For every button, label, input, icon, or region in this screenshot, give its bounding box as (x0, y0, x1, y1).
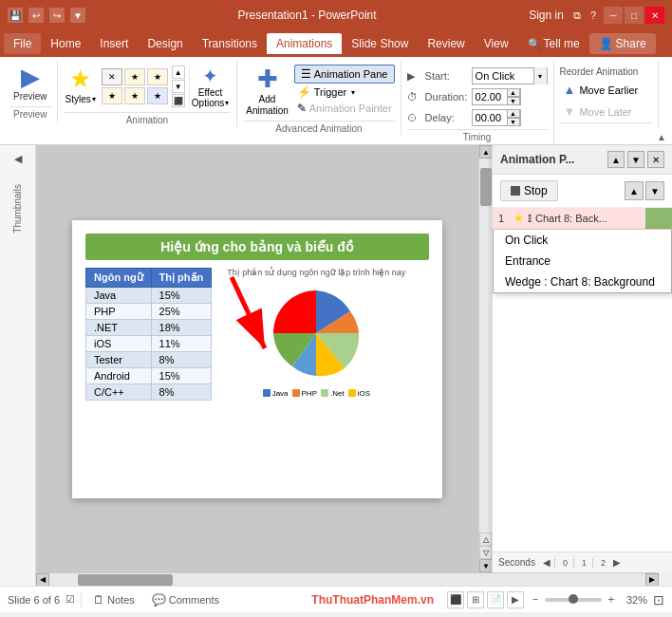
dropdown-item-onclick[interactable]: On Click (494, 230, 671, 251)
menu-design[interactable]: Design (138, 33, 192, 54)
vscroll-up-button[interactable]: ▲ (479, 145, 493, 159)
zoom-in-button[interactable]: ＋ (606, 591, 617, 608)
anim-down-arrow[interactable]: ▼ (645, 181, 664, 200)
notes-button[interactable]: 🗒 Notes (87, 591, 140, 608)
status-left: Slide 6 of 6 ☑ 🗒 Notes 💬 Comments (8, 591, 306, 608)
menu-view[interactable]: View (475, 33, 518, 54)
duration-spinner[interactable]: ▲ ▼ (507, 88, 520, 105)
effect-options-button[interactable]: ✦ Effect Options ▾ (189, 63, 231, 110)
anim-panel-up-button[interactable]: ▲ (607, 151, 625, 168)
zoom-out-button[interactable]: － (530, 591, 541, 608)
menu-home[interactable]: Home (41, 33, 90, 54)
trigger-dropdown-icon[interactable]: ▾ (351, 88, 355, 97)
vscroll-page-up[interactable]: △ (479, 533, 492, 546)
duration-up[interactable]: ▲ (507, 88, 520, 97)
comments-button[interactable]: 💬 Comments (146, 591, 225, 608)
ribbon-collapse-button[interactable]: ▲ (657, 132, 666, 142)
seconds-arrow: ◀ (543, 557, 551, 568)
signin-link[interactable]: Sign in (529, 9, 564, 22)
anim-panel-down-button[interactable]: ▼ (627, 151, 644, 168)
anim-scroll-down[interactable]: ▼ (172, 80, 185, 93)
menu-transitions[interactable]: Transitions (193, 33, 267, 54)
reading-view-button[interactable]: 📄 (487, 591, 504, 608)
anim-scroll-up[interactable]: ▲ (172, 65, 185, 79)
anim-up-arrow[interactable]: ▲ (625, 181, 644, 200)
slide-hscrollbar[interactable]: ◀ ▶ (36, 572, 659, 586)
move-later-button[interactable]: ▼ Move Later (560, 103, 636, 121)
normal-view-button[interactable]: ⬛ (447, 591, 464, 608)
preview-button[interactable]: ▶ Preview (9, 63, 51, 104)
anim-preset-fade[interactable]: ★ (147, 68, 168, 85)
title-quick-access[interactable]: 💾 ↩ ↪ ▼ (8, 8, 85, 23)
anim-panel-close-button[interactable]: ✕ (647, 151, 664, 168)
vscroll-thumb[interactable] (480, 168, 492, 206)
zoom-slider[interactable] (545, 598, 602, 602)
maximize-button[interactable]: □ (625, 7, 644, 24)
save-icon[interactable]: 💾 (8, 8, 23, 23)
ribbon-group-timing: ▶ Start: On Click ▾ ⏱ Duration: 02.00 ▲ (401, 61, 554, 144)
zoom-thumb[interactable] (569, 594, 578, 604)
hscroll-track[interactable] (49, 573, 645, 587)
comments-icon: 💬 (152, 593, 166, 607)
add-animation-button[interactable]: ✚ AddAnimation (243, 63, 290, 119)
menu-review[interactable]: Review (418, 33, 474, 54)
anim-preset-fly[interactable]: ★ (102, 87, 122, 104)
window-controls[interactable]: ─ □ ✕ (604, 7, 664, 24)
menu-file[interactable]: File (4, 33, 41, 54)
animation-painter-button[interactable]: ✎ Animation Painter (294, 101, 395, 116)
undo-icon[interactable]: ↩ (28, 8, 44, 23)
table-row: Android15% (86, 367, 212, 383)
delay-combo[interactable]: 00.00 ▲ ▼ (472, 109, 521, 126)
anim-preset-appear[interactable]: ★ (124, 68, 145, 85)
anim-preset-split[interactable]: ★ (147, 87, 168, 104)
menu-animations[interactable]: Animations (267, 33, 342, 54)
legend-ios: iOS (348, 389, 370, 398)
close-button[interactable]: ✕ (645, 7, 664, 24)
stop-button[interactable]: Stop (500, 180, 558, 201)
collapse-sidebar-button[interactable]: ◀ (14, 153, 22, 165)
trigger-button[interactable]: ⚡ Trigger ▾ (294, 84, 395, 100)
dropdown-item-entrance[interactable]: Entrance (494, 251, 671, 271)
slide-sorter-button[interactable]: ⊞ (467, 591, 484, 608)
slide-vscrollbar[interactable]: ▲ △ ▽ ▼ (478, 145, 492, 572)
duration-down[interactable]: ▼ (507, 97, 520, 105)
hscroll-left-button[interactable]: ◀ (36, 573, 49, 587)
restore-icon[interactable]: ⧉ (573, 9, 581, 22)
anim-preset-none[interactable]: ✕ (102, 68, 122, 85)
fit-slide-button[interactable]: ⊡ (653, 592, 664, 608)
zoom-level[interactable]: 32% (621, 594, 647, 606)
anim-list-item[interactable]: 1 ★ 𝕀 Chart 8: Back... (493, 208, 672, 230)
menu-slideshow[interactable]: Slide Show (342, 33, 418, 54)
animation-styles-button[interactable]: ★ Styles ▾ (64, 63, 98, 110)
redo-icon[interactable]: ↪ (49, 8, 65, 23)
legend-net: .Net (321, 389, 345, 398)
menu-tellme[interactable]: 🔍 Tell me (518, 33, 589, 54)
pie-chart-svg (254, 281, 378, 385)
move-earlier-button[interactable]: ▲ Move Earlier (560, 81, 643, 99)
vscroll-track[interactable] (479, 159, 492, 533)
anim-reorder-buttons: ▲ ▼ (625, 181, 664, 200)
start-dropdown-arrow[interactable]: ▾ (533, 67, 547, 84)
customize-icon[interactable]: ▼ (70, 8, 85, 23)
menu-share[interactable]: 👤 Share (589, 33, 656, 54)
delay-down[interactable]: ▼ (507, 118, 520, 126)
hscroll-thumb[interactable] (78, 574, 173, 586)
vscroll-down-button[interactable]: ▼ (479, 559, 493, 572)
minimize-button[interactable]: ─ (604, 7, 623, 24)
delay-spinner[interactable]: ▲ ▼ (507, 109, 520, 126)
duration-combo[interactable]: 02.00 ▲ ▼ (472, 88, 521, 105)
hscroll-right-button[interactable]: ▶ (645, 573, 659, 587)
delay-up[interactable]: ▲ (507, 109, 520, 118)
slideshow-view-button[interactable]: ▶ (507, 591, 524, 608)
dropdown-item-wedge[interactable]: Wedge : Chart 8: Background (494, 271, 671, 292)
menu-insert[interactable]: Insert (90, 33, 138, 54)
anim-preset-float[interactable]: ★ (124, 87, 145, 104)
anim-more[interactable]: ⬛ (172, 94, 185, 107)
animation-styles-dropdown-icon[interactable]: ▾ (92, 95, 96, 103)
start-value-combo[interactable]: On Click ▾ (472, 67, 548, 84)
help-icon[interactable]: ? (590, 9, 596, 21)
effect-options-dropdown[interactable]: ▾ (225, 99, 229, 107)
slide-canvas[interactable]: Hiệu ứng cho bảng và biểu đồ Ngôn ngữ Th… (36, 145, 478, 572)
animation-pane-button[interactable]: ☰ Animation Pane (294, 65, 395, 84)
vscroll-page-down[interactable]: ▽ (479, 546, 492, 559)
